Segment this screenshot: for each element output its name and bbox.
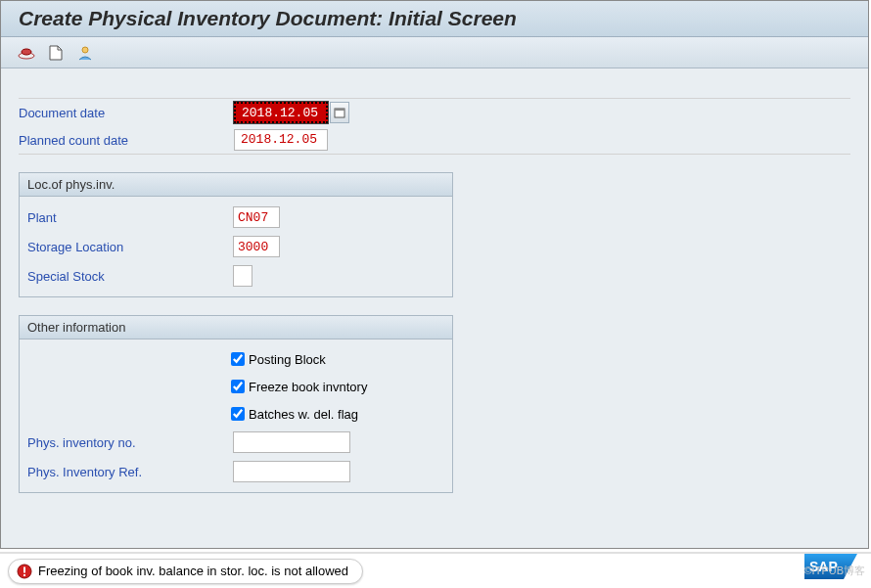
special-stock-label: Special Stock	[27, 269, 233, 284]
watermark: ©ITPUB博客	[804, 564, 866, 578]
phys-inv-no-field[interactable]	[233, 431, 350, 453]
phys-inv-ref-label: Phys. Inventory Ref.	[27, 465, 233, 479]
person-icon[interactable]	[75, 43, 95, 63]
new-document-icon[interactable]	[46, 43, 66, 63]
other-info-group: Other information Posting Block Freeze b…	[19, 315, 453, 493]
plant-label: Plant	[27, 210, 233, 225]
svg-rect-6	[23, 566, 25, 572]
phys-inv-ref-field[interactable]	[233, 461, 350, 482]
content-area: Document date 2018.12.05 Planned count d…	[1, 68, 868, 545]
document-date-field[interactable]: 2018.12.05	[234, 102, 328, 123]
location-group: Loc.of phys.inv. Plant Storage Location …	[19, 172, 453, 297]
date-picker-icon[interactable]	[330, 102, 349, 123]
storage-location-field[interactable]	[233, 236, 280, 257]
batches-checkbox[interactable]	[231, 407, 245, 421]
posting-block-label: Posting Block	[249, 352, 326, 367]
svg-rect-4	[335, 109, 344, 111]
posting-block-checkbox[interactable]	[231, 352, 245, 366]
storage-location-label: Storage Location	[27, 240, 233, 254]
batches-label: Batches w. del. flag	[249, 407, 358, 422]
status-bar: Freezing of book inv. balance in stor. l…	[0, 552, 871, 588]
error-icon	[17, 564, 32, 579]
page-title: Create Physical Inventory Document: Init…	[19, 7, 850, 30]
date-fields: Document date 2018.12.05 Planned count d…	[19, 98, 850, 155]
status-text: Freezing of book inv. balance in stor. l…	[38, 564, 348, 578]
freeze-label: Freeze book invntory	[249, 380, 367, 394]
hat-icon[interactable]	[17, 43, 36, 63]
other-info-title: Other information	[20, 316, 452, 339]
phys-inv-no-label: Phys. inventory no.	[27, 435, 233, 450]
location-group-title: Loc.of phys.inv.	[20, 173, 452, 197]
sap-window: Create Physical Inventory Document: Init…	[0, 0, 869, 549]
freeze-checkbox[interactable]	[231, 380, 245, 393]
planned-date-label: Planned count date	[19, 133, 234, 148]
planned-date-field[interactable]: 2018.12.05	[234, 129, 328, 151]
document-date-label: Document date	[19, 106, 234, 120]
title-bar: Create Physical Inventory Document: Init…	[1, 1, 868, 37]
svg-point-1	[22, 49, 31, 55]
svg-point-2	[82, 47, 88, 53]
svg-rect-7	[23, 574, 25, 576]
plant-field[interactable]	[233, 206, 280, 228]
status-message: Freezing of book inv. balance in stor. l…	[8, 559, 363, 584]
toolbar	[1, 37, 868, 68]
special-stock-field[interactable]	[233, 265, 252, 287]
